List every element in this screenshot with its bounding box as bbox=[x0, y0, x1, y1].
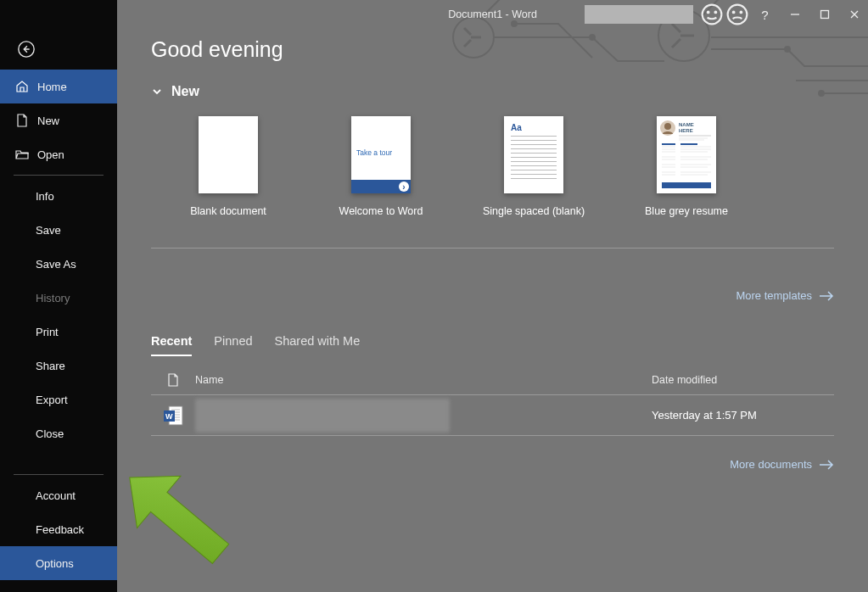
sidebar-item-export[interactable]: Export bbox=[0, 383, 117, 416]
svg-point-8 bbox=[708, 12, 709, 14]
svg-point-7 bbox=[703, 5, 722, 25]
open-folder-icon bbox=[15, 148, 29, 161]
sidebar-item-save[interactable]: Save bbox=[0, 213, 117, 247]
svg-point-10 bbox=[728, 5, 748, 25]
column-date[interactable]: Date modified bbox=[652, 374, 834, 386]
sidebar-item-share[interactable]: Share bbox=[0, 349, 117, 383]
svg-point-15 bbox=[664, 123, 671, 130]
sidebar-item-open[interactable]: Open bbox=[0, 137, 117, 171]
template-blank-document[interactable]: Blank document bbox=[199, 116, 258, 217]
svg-text:NAME: NAME bbox=[679, 122, 694, 127]
svg-rect-39 bbox=[662, 143, 675, 145]
svg-rect-41 bbox=[662, 182, 711, 188]
sidebar-item-info[interactable]: Info bbox=[0, 179, 117, 213]
new-section-header[interactable]: New bbox=[151, 84, 834, 99]
sidebar-item-account[interactable]: Account bbox=[0, 478, 117, 512]
word-doc-icon: W bbox=[161, 404, 185, 427]
more-documents-link[interactable]: More documents bbox=[730, 458, 834, 471]
greeting-heading: Good evening bbox=[151, 37, 834, 62]
template-thumb: Aa bbox=[504, 116, 563, 193]
feedback-frown-icon[interactable] bbox=[725, 0, 749, 29]
template-thumb: NAME HERE bbox=[657, 116, 716, 193]
back-button[interactable] bbox=[0, 29, 117, 70]
back-arrow-icon bbox=[17, 40, 36, 59]
backstage-main: Document1 - Word ? Good evening New bbox=[117, 0, 868, 592]
arrow-right-icon bbox=[819, 460, 834, 470]
user-account-area[interactable] bbox=[585, 5, 693, 24]
sidebar-item-close[interactable]: Close bbox=[0, 416, 117, 450]
sidebar-item-print[interactable]: Print bbox=[0, 315, 117, 349]
more-templates-link[interactable]: More templates bbox=[736, 289, 834, 302]
minimize-button[interactable] bbox=[781, 0, 809, 29]
sidebar-label-home: Home bbox=[37, 81, 67, 93]
close-window-button[interactable] bbox=[840, 0, 868, 29]
template-single-spaced[interactable]: Aa Single spaced (blank) bbox=[504, 116, 563, 217]
tab-shared[interactable]: Shared with Me bbox=[275, 334, 361, 356]
sidebar-item-saveas[interactable]: Save As bbox=[0, 247, 117, 281]
sidebar-item-home[interactable]: Home bbox=[0, 70, 117, 103]
svg-point-11 bbox=[733, 12, 735, 14]
sidebar-item-history: History bbox=[0, 281, 117, 315]
arrow-right-icon: › bbox=[399, 182, 409, 192]
window-title: Document1 - Word bbox=[448, 8, 537, 20]
sidebar-item-feedback[interactable]: Feedback bbox=[0, 512, 117, 546]
recent-document-row[interactable]: W Yesterday at 1:57 PM bbox=[151, 395, 834, 436]
template-welcome-to-word[interactable]: Take a tour › Welcome to Word bbox=[351, 116, 411, 217]
document-name-redacted bbox=[195, 399, 450, 433]
titlebar: Document1 - Word ? bbox=[117, 0, 868, 29]
document-date: Yesterday at 1:57 PM bbox=[652, 409, 834, 422]
maximize-button[interactable] bbox=[810, 0, 838, 29]
list-header: Name Date modified bbox=[151, 365, 834, 395]
new-doc-icon bbox=[15, 114, 29, 127]
sidebar-label-open: Open bbox=[37, 148, 64, 161]
backstage-sidebar: Home New Open Info Save Save As History … bbox=[0, 0, 117, 592]
template-thumb: Take a tour › bbox=[351, 116, 411, 193]
svg-point-9 bbox=[715, 12, 717, 14]
template-blue-grey-resume[interactable]: NAME HERE bbox=[657, 116, 716, 217]
home-icon bbox=[15, 80, 29, 93]
svg-rect-40 bbox=[680, 143, 697, 145]
sidebar-item-new[interactable]: New bbox=[0, 103, 117, 137]
feedback-smile-icon[interactable] bbox=[700, 0, 724, 29]
document-icon bbox=[167, 373, 179, 387]
tab-pinned[interactable]: Pinned bbox=[214, 334, 252, 356]
arrow-right-icon bbox=[819, 291, 834, 301]
svg-text:HERE: HERE bbox=[679, 128, 693, 133]
svg-text:W: W bbox=[165, 412, 173, 421]
recent-tabs: Recent Pinned Shared with Me bbox=[151, 334, 834, 356]
svg-rect-13 bbox=[820, 11, 828, 19]
chevron-down-icon bbox=[151, 86, 163, 98]
column-name[interactable]: Name bbox=[195, 374, 652, 386]
sidebar-item-options[interactable]: Options bbox=[0, 546, 117, 580]
sidebar-label-new: New bbox=[37, 114, 59, 127]
svg-point-12 bbox=[741, 12, 742, 14]
tab-recent[interactable]: Recent bbox=[151, 334, 192, 356]
help-button[interactable]: ? bbox=[751, 0, 779, 29]
template-thumb bbox=[199, 116, 258, 193]
